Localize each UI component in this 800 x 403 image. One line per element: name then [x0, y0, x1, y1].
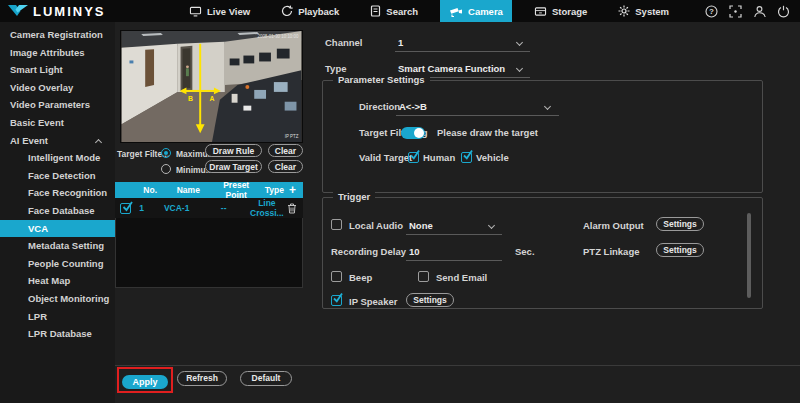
apply-button[interactable]: Apply [122, 375, 168, 389]
target-filtering-hint: Please draw the target [437, 127, 538, 138]
draw-target-button[interactable]: Draw Target [205, 160, 262, 173]
sidebar-item-metadata-setting[interactable]: Metadata Setting [0, 237, 115, 255]
sidebar-item-camera-registration[interactable]: Camera Registration [0, 26, 115, 44]
chevron-down-icon [544, 103, 551, 110]
ptz-linkage-settings-button[interactable]: Settings [656, 243, 704, 257]
sidebar-item-label: Camera Registration [10, 29, 103, 40]
vehicle-label: Vehicle [476, 152, 509, 163]
delete-rule-button[interactable] [287, 203, 297, 214]
chevron-down-icon [488, 222, 495, 229]
apply-highlight-box: Apply [117, 367, 173, 393]
ip-speaker-settings-button[interactable]: Settings [406, 293, 454, 307]
send-email-label: Send Email [436, 272, 487, 283]
sidebar-item-smart-light[interactable]: Smart Light [0, 61, 115, 79]
sidebar-item-face-recognition[interactable]: Face Recognition [0, 184, 115, 202]
tab-label: System [635, 6, 669, 17]
tab-system[interactable]: System [609, 0, 678, 22]
help-icon[interactable]: ? [705, 5, 718, 18]
recording-delay-input[interactable]: 10 [409, 246, 420, 257]
sidebar-item-image-attributes[interactable]: Image Attributes [0, 44, 115, 62]
beep-checkbox[interactable] [331, 271, 342, 282]
sidebar-item-basic-event[interactable]: Basic Event [0, 114, 115, 132]
storage-icon [534, 6, 547, 17]
sidebar-item-label: Face Detection [28, 170, 96, 181]
gear-icon [618, 5, 630, 17]
direction-label-a: A [210, 95, 215, 102]
tab-storage[interactable]: Storage [525, 0, 596, 22]
channel-select[interactable]: 1 [398, 37, 403, 48]
direction-label-b: B [188, 95, 193, 102]
ip-speaker-checkbox[interactable] [331, 295, 342, 306]
local-audio-select[interactable]: None [409, 220, 433, 231]
playback-icon [281, 5, 293, 17]
send-email-checkbox[interactable] [418, 271, 429, 282]
draw-rule-button[interactable]: Draw Rule [205, 144, 262, 157]
sidebar-item-label: Image Attributes [10, 47, 85, 58]
sidebar-item-lpr-database[interactable]: LPR Database [0, 325, 115, 343]
target-filtering-toggle[interactable] [401, 127, 425, 139]
check-icon [121, 200, 134, 213]
direction-select[interactable]: A<->B [399, 101, 427, 112]
sidebar-item-label: Heat Map [28, 275, 70, 286]
alarm-output-settings-button[interactable]: Settings [656, 217, 704, 231]
main-content: 2008-01-30 10:10:00 IP PTZ B A Target Fi… [115, 22, 800, 403]
sidebar-item-video-overlay[interactable]: Video Overlay [0, 79, 115, 97]
monitor-icon [189, 6, 202, 17]
table-row[interactable]: 1 VCA-1 -- Line Crossi... [115, 198, 303, 218]
sidebar-item-label: Video Overlay [10, 82, 73, 93]
app-window: LUMINYS Live View Playback [0, 0, 800, 403]
clear-rule-button[interactable]: Clear [268, 144, 303, 157]
top-navigation-bar: LUMINYS Live View Playback [0, 0, 800, 22]
cell-name: VCA-1 [153, 203, 201, 213]
row-checkbox[interactable] [120, 203, 131, 214]
camera-preview[interactable]: 2008-01-30 10:10:00 IP PTZ B A [120, 30, 303, 143]
fullscreen-icon[interactable] [729, 5, 742, 18]
tab-label: Live View [207, 6, 250, 17]
refresh-button[interactable]: Refresh [177, 371, 227, 386]
sidebar-item-lpr[interactable]: LPR [0, 308, 115, 326]
sidebar-item-people-counting[interactable]: People Counting [0, 255, 115, 273]
local-audio-label: Local Audio [349, 220, 403, 231]
chevron-up-icon [95, 139, 102, 146]
sidebar-item-face-detection[interactable]: Face Detection [0, 167, 115, 185]
type-select[interactable]: Smart Camera Function [398, 63, 505, 74]
tab-label: Camera [468, 6, 503, 17]
default-button[interactable]: Default [240, 371, 292, 386]
sidebar-item-label: VCA [28, 223, 48, 234]
sidebar-item-face-database[interactable]: Face Database [0, 202, 115, 220]
sidebar-item-heat-map[interactable]: Heat Map [0, 272, 115, 290]
sidebar-item-vca[interactable]: VCA [0, 220, 115, 238]
sidebar-item-label: Face Recognition [28, 187, 107, 198]
tab-search[interactable]: Search [361, 0, 427, 22]
tab-playback[interactable]: Playback [272, 0, 348, 22]
svg-text:?: ? [709, 7, 714, 16]
user-icon[interactable] [753, 5, 766, 18]
sidebar-item-intelligent-mode[interactable]: Intelligent Mode [0, 149, 115, 167]
tab-label: Search [386, 6, 418, 17]
utility-icons: ? [705, 0, 790, 22]
power-icon[interactable] [777, 5, 790, 18]
sidebar-item-label: LPR [28, 311, 47, 322]
sidebar-item-video-parameters[interactable]: Video Parameters [0, 96, 115, 114]
add-rule-button[interactable]: + [289, 183, 296, 197]
target-filter-label: Target Filte... [117, 149, 161, 159]
rule-table-empty-area [115, 218, 303, 288]
beep-label: Beep [349, 272, 372, 283]
trigger-scrollbar[interactable] [747, 213, 751, 298]
tab-live-view[interactable]: Live View [180, 0, 259, 22]
clear-target-button[interactable]: Clear [268, 160, 303, 173]
sidebar-item-label: Basic Event [10, 117, 64, 128]
trigger-panel: Trigger Local Audio None Alarm Output Se… [322, 197, 763, 309]
human-checkbox[interactable] [408, 152, 419, 163]
local-audio-checkbox[interactable] [331, 219, 342, 230]
radio-minimum[interactable] [161, 164, 171, 174]
vehicle-checkbox[interactable] [461, 152, 472, 163]
type-label: Type [325, 63, 346, 74]
sidebar-item-ai-event[interactable]: AI Event [0, 132, 115, 150]
search-document-icon [370, 5, 381, 17]
tab-camera[interactable]: Camera [440, 0, 512, 22]
cell-preset: -- [201, 203, 247, 213]
radio-maximum[interactable] [161, 148, 171, 158]
trash-icon [287, 203, 297, 214]
sidebar-item-object-monitoring[interactable]: Object Monitoring [0, 290, 115, 308]
